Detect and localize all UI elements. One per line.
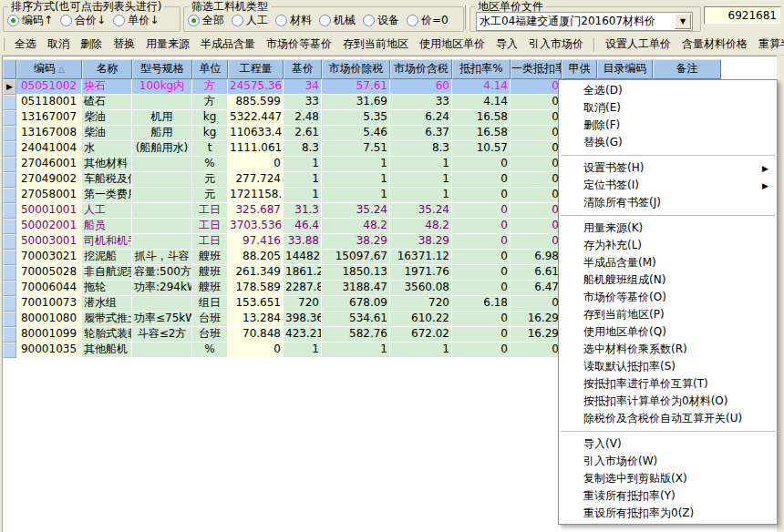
menu-item[interactable]: 船机艘班组成(N) bbox=[559, 271, 777, 289]
toolbar-button[interactable]: 半成品含量 bbox=[201, 36, 255, 52]
radio-option[interactable]: 人工 bbox=[232, 13, 268, 28]
cell-market_price_extax[interactable]: 1850.13 bbox=[322, 265, 390, 281]
cell-class1_deduct_rate[interactable]: 0 bbox=[511, 110, 562, 126]
cell-code[interactable]: 80001099 bbox=[16, 327, 82, 343]
cell-name[interactable]: 人工 bbox=[82, 203, 132, 219]
menu-item[interactable]: 市场价等基价(O) bbox=[559, 289, 777, 306]
cell-quantity[interactable]: 885.599 bbox=[228, 95, 284, 110]
cell-deduct_rate[interactable]: 0 bbox=[452, 250, 511, 265]
column-header-unit[interactable]: 单位 bbox=[192, 59, 228, 79]
cell-quantity[interactable]: 277.724 bbox=[228, 172, 284, 188]
cell-quantity[interactable]: 88.205 bbox=[228, 250, 284, 265]
radio-option[interactable]: 合价↓ bbox=[60, 13, 106, 28]
column-header-class1_deduct_rate[interactable]: 一类抵扣率% bbox=[511, 59, 562, 79]
cell-market_price_inctax[interactable]: 8.3 bbox=[390, 141, 452, 157]
row-selector[interactable] bbox=[3, 234, 16, 250]
cell-spec[interactable] bbox=[132, 188, 192, 203]
cell-unit[interactable]: kg bbox=[192, 110, 228, 126]
row-selector[interactable] bbox=[3, 172, 16, 188]
cell-quantity[interactable]: 24575.36 bbox=[228, 79, 284, 95]
cell-class1_deduct_rate[interactable]: 0 bbox=[511, 172, 562, 188]
toolbar-button[interactable]: 全选 bbox=[15, 36, 36, 52]
cell-deduct_rate[interactable]: 0 bbox=[452, 203, 511, 219]
row-selector[interactable] bbox=[3, 265, 16, 281]
menu-item[interactable]: 定位书签(I)▶ bbox=[559, 177, 777, 194]
cell-code[interactable]: 13167007 bbox=[16, 110, 82, 126]
toolbar-button[interactable]: 设置人工单价 bbox=[605, 36, 671, 52]
cell-quantity[interactable]: 261.349 bbox=[228, 265, 284, 281]
row-selector[interactable] bbox=[3, 281, 16, 296]
cell-unit[interactable]: 台班 bbox=[192, 327, 228, 343]
cell-quantity[interactable]: 1111.061 bbox=[228, 141, 284, 157]
cell-base_price[interactable]: 1 bbox=[284, 188, 322, 203]
cell-deduct_rate[interactable]: 4.14 bbox=[452, 95, 511, 110]
menu-item[interactable]: 重设所有抵扣率为0(Z) bbox=[559, 505, 777, 522]
menu-item[interactable]: 按抵扣率计算单价为0材料(O) bbox=[559, 393, 777, 410]
cell-code[interactable]: 50003001 bbox=[16, 234, 82, 250]
cell-unit[interactable]: 工日 bbox=[192, 234, 228, 250]
cell-unit[interactable]: 元 bbox=[192, 188, 228, 203]
cell-class1_deduct_rate[interactable]: 16.29 bbox=[511, 327, 562, 343]
cell-spec[interactable]: (船舶用水) bbox=[132, 141, 192, 157]
cell-unit[interactable]: 方 bbox=[192, 79, 228, 95]
row-selector[interactable] bbox=[3, 188, 16, 203]
cell-spec[interactable]: 抓斗，斗容 bbox=[132, 250, 192, 265]
cell-class1_deduct_rate[interactable]: 0 bbox=[511, 343, 562, 358]
cell-class1_deduct_rate[interactable]: 0 bbox=[511, 79, 562, 95]
radio-option[interactable]: 价=0 bbox=[407, 13, 449, 28]
menu-item[interactable]: 重读所有抵扣率(Y) bbox=[559, 487, 777, 505]
menu-item[interactable]: 清除所有书签(J) bbox=[559, 194, 777, 211]
cell-base_price[interactable]: 46.4 bbox=[284, 219, 322, 234]
cell-base_price[interactable]: 33.88 bbox=[284, 234, 322, 250]
row-selector[interactable] bbox=[3, 219, 16, 234]
cell-class1_deduct_rate[interactable]: 0 bbox=[511, 95, 562, 110]
cell-name[interactable]: 块石 bbox=[82, 79, 132, 95]
cell-market_price_inctax[interactable]: 1 bbox=[390, 343, 452, 358]
cell-deduct_rate[interactable]: 16.58 bbox=[452, 126, 511, 141]
cell-name[interactable]: 柴油 bbox=[82, 126, 132, 141]
cell-market_price_extax[interactable]: 1 bbox=[322, 157, 390, 172]
total-value-field[interactable]: 6921681 bbox=[704, 6, 781, 25]
cell-unit[interactable]: 方 bbox=[192, 95, 228, 110]
cell-name[interactable]: 非自航泥驳 bbox=[82, 265, 132, 281]
cell-class1_deduct_rate[interactable]: 0 bbox=[511, 219, 562, 234]
row-selector[interactable] bbox=[3, 343, 16, 358]
cell-unit[interactable]: % bbox=[192, 157, 228, 172]
cell-code[interactable]: 05051002 bbox=[16, 79, 82, 95]
cell-market_price_extax[interactable]: 534.61 bbox=[322, 312, 390, 327]
menu-item[interactable]: 删除(F) bbox=[559, 117, 777, 134]
cell-name[interactable]: 柴油 bbox=[82, 110, 132, 126]
cell-code[interactable]: 13167008 bbox=[16, 126, 82, 141]
menu-item[interactable]: 除税价及含税价自动互算开关(U) bbox=[559, 410, 777, 427]
column-header-market_price_inctax[interactable]: 市场价含税 bbox=[390, 59, 452, 79]
cell-name[interactable]: 轮胎式装载 bbox=[82, 327, 132, 343]
cell-unit[interactable]: 工日 bbox=[192, 203, 228, 219]
cell-code[interactable]: 70006044 bbox=[16, 281, 82, 296]
cell-deduct_rate[interactable]: 0 bbox=[452, 281, 511, 296]
menu-item[interactable]: 全选(D) bbox=[559, 82, 777, 99]
row-selector[interactable] bbox=[3, 250, 16, 265]
cell-base_price[interactable]: 2287.88 bbox=[284, 281, 322, 296]
row-selector[interactable] bbox=[3, 203, 16, 219]
row-selector[interactable] bbox=[3, 312, 16, 327]
radio-option[interactable]: 全部 bbox=[188, 13, 224, 28]
cell-market_price_extax[interactable]: 5.46 bbox=[322, 126, 390, 141]
cell-code[interactable]: 80001080 bbox=[16, 312, 82, 327]
cell-deduct_rate[interactable]: 0 bbox=[452, 188, 511, 203]
cell-market_price_extax[interactable]: 3188.47 bbox=[322, 281, 390, 296]
cell-name[interactable]: 挖泥船 bbox=[82, 250, 132, 265]
cell-code[interactable]: 27046001 bbox=[16, 157, 82, 172]
cell-name[interactable]: 第一类费用 bbox=[82, 188, 132, 203]
column-header-note[interactable]: 备注 bbox=[653, 59, 721, 79]
cell-market_price_extax[interactable]: 15097.67 bbox=[322, 250, 390, 265]
cell-quantity[interactable]: 0 bbox=[228, 157, 284, 172]
cell-market_price_extax[interactable]: 1 bbox=[322, 343, 390, 358]
toolbar-button[interactable]: 使用地区单价 bbox=[419, 36, 485, 52]
cell-code[interactable]: 24041004 bbox=[16, 141, 82, 157]
cell-deduct_rate[interactable]: 0 bbox=[452, 219, 511, 234]
column-header-code[interactable]: 编码△ bbox=[16, 59, 82, 79]
cell-class1_deduct_rate[interactable]: 16.29 bbox=[511, 312, 562, 327]
cell-code[interactable]: 27058001 bbox=[16, 188, 82, 203]
cell-market_price_inctax[interactable]: 60 bbox=[390, 79, 452, 95]
cell-name[interactable]: 其他船机 bbox=[82, 343, 132, 358]
